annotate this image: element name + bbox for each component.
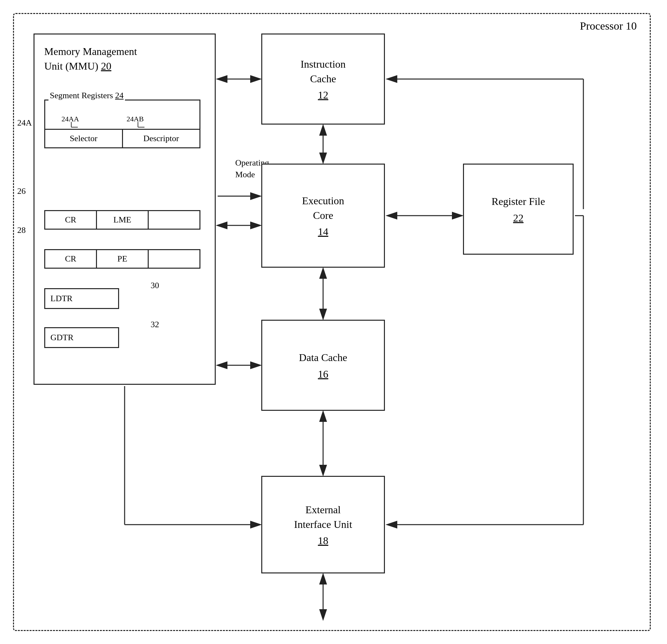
cr-lme-box: CR LME bbox=[44, 210, 200, 230]
cr-pe-pe: PE bbox=[97, 250, 149, 268]
data-cache-box: Data Cache 16 bbox=[261, 320, 385, 411]
diagram-container: Processor 10 bbox=[13, 13, 651, 631]
segment-registers-label: Segment Registers 24 bbox=[48, 91, 125, 100]
register-file-box: Register File 22 bbox=[463, 164, 574, 255]
cr-pe-box: CR PE bbox=[44, 249, 200, 269]
selector-cell: Selector bbox=[45, 130, 123, 147]
cr-lme-lme: LME bbox=[97, 211, 149, 229]
cr-pe-empty bbox=[149, 250, 199, 268]
execution-core-box: ExecutionCore 14 bbox=[261, 164, 385, 268]
data-cache-number: 16 bbox=[318, 368, 328, 380]
register-file-title: Register File bbox=[492, 194, 545, 209]
segment-row: Selector Descriptor bbox=[45, 130, 199, 147]
sub-24aa-label: 24AA bbox=[62, 115, 79, 123]
sub-24ab-label: 24AB bbox=[127, 115, 144, 123]
register-file-number: 22 bbox=[513, 212, 523, 224]
ref-28: 28 bbox=[17, 226, 26, 235]
cr-pe-cr: CR bbox=[45, 250, 97, 268]
ref-24a: 24A bbox=[17, 118, 32, 128]
ref-26: 26 bbox=[17, 186, 26, 196]
execution-core-title: ExecutionCore bbox=[302, 194, 344, 223]
descriptor-cell: Descriptor bbox=[123, 130, 200, 147]
instruction-cache-number: 12 bbox=[318, 89, 328, 101]
cr-pe-row: CR PE bbox=[45, 250, 199, 268]
mmu-box: Memory ManagementUnit (MMU) 20 Segment R… bbox=[33, 33, 216, 385]
ldtr-number: 30 bbox=[151, 281, 159, 291]
segment-registers-box: Segment Registers 24 24AA 24AB Selector … bbox=[44, 100, 200, 148]
cr-lme-row: CR LME bbox=[45, 211, 199, 229]
cr-lme-empty bbox=[149, 211, 199, 229]
gdtr-box: GDTR bbox=[44, 327, 119, 348]
eiu-box: ExternalInterface Unit 18 bbox=[261, 476, 385, 574]
gdtr-label: GDTR bbox=[50, 333, 74, 342]
instruction-cache-title: InstructionCache bbox=[300, 57, 346, 86]
ldtr-box: LDTR bbox=[44, 288, 119, 309]
processor-label: Processor 10 bbox=[580, 20, 637, 32]
execution-core-number: 14 bbox=[318, 226, 328, 238]
gdtr-number: 32 bbox=[151, 320, 159, 329]
data-cache-title: Data Cache bbox=[299, 350, 347, 365]
ldtr-label: LDTR bbox=[50, 294, 72, 303]
mmu-title: Memory ManagementUnit (MMU) 20 bbox=[44, 44, 137, 73]
cr-lme-cr: CR bbox=[45, 211, 97, 229]
eiu-number: 18 bbox=[318, 535, 328, 547]
instruction-cache-box: InstructionCache 12 bbox=[261, 33, 385, 125]
eiu-title: ExternalInterface Unit bbox=[294, 502, 352, 532]
